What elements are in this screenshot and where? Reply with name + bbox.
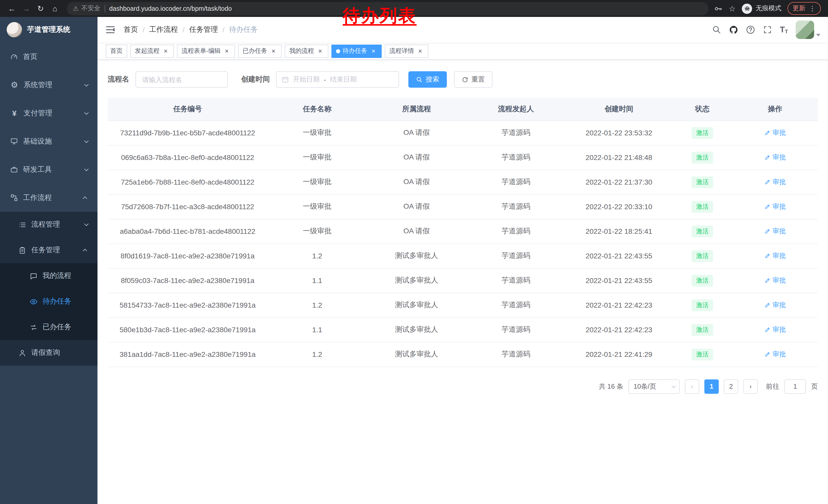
sidebar-item-process-management[interactable]: 流程管理 — [0, 212, 97, 237]
approve-link[interactable]: 审批 — [764, 301, 786, 310]
sidebar-item-workflow[interactable]: 工作流程 — [0, 184, 97, 212]
breadcrumb-current: 待办任务 — [229, 25, 258, 34]
browser-menu-icon[interactable]: ⋮ — [809, 5, 816, 12]
breadcrumb-workflow[interactable]: 工作流程 — [149, 25, 178, 34]
table-cell: OA 请假 — [367, 170, 466, 194]
status-badge: 激活 — [692, 275, 713, 286]
swap-arrows-icon — [30, 323, 37, 331]
tab-流程详情[interactable]: 流程详情× — [385, 44, 428, 58]
sidebar-item-todo-tasks[interactable]: 待办任务 — [0, 289, 97, 314]
table-row: 8f0d1619-7ac8-11ec-a9e2-a2380e71991a1.2测… — [108, 243, 818, 268]
sidebar-item-infrastructure[interactable]: 基础设施 — [0, 127, 97, 155]
approve-link[interactable]: 审批 — [764, 276, 786, 285]
tab-label: 已办任务 — [243, 47, 267, 55]
chevron-down-icon — [671, 383, 676, 388]
page-size-select[interactable]: 10条/页 — [628, 379, 680, 394]
approve-link[interactable]: 审批 — [764, 153, 786, 162]
bookmark-star-icon[interactable]: ☆ — [729, 4, 736, 13]
sidebar-item-done-tasks[interactable]: 已办任务 — [0, 314, 97, 340]
github-icon[interactable] — [729, 25, 738, 34]
tab-我的流程[interactable]: 我的流程× — [285, 44, 328, 58]
security-chip[interactable]: ⚠ 不安全 — [73, 4, 100, 13]
tab-close-icon[interactable]: × — [317, 47, 324, 55]
tab-已办任务[interactable]: 已办任务× — [238, 44, 282, 58]
help-icon[interactable] — [746, 25, 755, 34]
process-name-field — [135, 71, 228, 88]
approve-link[interactable]: 审批 — [764, 251, 786, 261]
main-area: 首页 / 工作流程 / 任务管理 / 待办任务 TT — [97, 17, 828, 504]
approve-link[interactable]: 审批 — [764, 177, 786, 187]
prev-page-button[interactable]: ‹ — [685, 379, 699, 394]
table-cell: 激活 — [672, 121, 732, 145]
search-button[interactable]: 搜索 — [408, 71, 447, 88]
tab-close-icon[interactable]: × — [223, 47, 230, 55]
approve-link[interactable]: 审批 — [764, 128, 786, 137]
approve-label: 审批 — [773, 325, 786, 334]
page-button-2[interactable]: 2 — [724, 379, 738, 394]
sidebar-item-devtools[interactable]: 研发工具 — [0, 155, 97, 184]
table-cell: 芋道源码 — [466, 219, 566, 243]
table-row: 580e1b3d-7ac8-11ec-a9e2-a2380e71991a1.1测… — [108, 317, 818, 342]
next-page-button[interactable]: › — [743, 379, 758, 394]
sidebar-item-label: 请假查询 — [31, 348, 60, 357]
fullscreen-icon[interactable] — [763, 25, 772, 34]
approve-link[interactable]: 审批 — [764, 325, 786, 334]
breadcrumb-task-management[interactable]: 任务管理 — [189, 25, 218, 34]
tab-close-icon[interactable]: × — [417, 47, 424, 55]
approve-label: 审批 — [773, 301, 786, 310]
table-cell: 1.2 — [267, 243, 367, 268]
approve-label: 审批 — [773, 350, 786, 359]
tab-close-icon[interactable]: × — [270, 47, 277, 55]
sidebar-item-label: 我的流程 — [43, 271, 71, 280]
tab-close-icon[interactable]: × — [370, 47, 377, 55]
process-name-input[interactable] — [137, 72, 226, 87]
tags-bar: 首页发起流程×流程表单-编辑×已办任务×我的流程×待办任务×流程详情× — [97, 43, 828, 60]
reset-button[interactable]: 重置 — [454, 71, 493, 88]
reload-icon[interactable]: ↻ — [34, 2, 47, 15]
tab-发起流程[interactable]: 发起流程× — [130, 44, 174, 58]
sidebar-item-label: 流程管理 — [31, 220, 60, 229]
date-range-picker[interactable]: 开始日期 - 结束日期 — [276, 71, 399, 88]
table-cell: 一级审批 — [267, 194, 367, 219]
create-time-label: 创建时间 — [241, 75, 270, 84]
approve-link[interactable]: 审批 — [764, 350, 786, 359]
tab-待办任务[interactable]: 待办任务× — [331, 44, 382, 58]
incognito-label: 无痕模式 — [756, 4, 781, 13]
sidebar-item-my-processes[interactable]: 我的流程 — [0, 263, 97, 289]
yen-icon: ¥ — [10, 109, 18, 118]
table-cell: 激活 — [672, 243, 732, 268]
sidebar-item-system[interactable]: ⚙ 系统管理 — [0, 71, 97, 99]
table-cell: 75d72608-7b7f-11ec-a3c8-acde48001122 — [108, 194, 267, 219]
search-icon[interactable] — [712, 25, 721, 34]
tab-首页[interactable]: 首页 — [106, 44, 127, 58]
edit-icon — [764, 327, 771, 333]
approve-label: 审批 — [773, 227, 786, 236]
user-menu[interactable] — [796, 20, 820, 39]
home-icon[interactable]: ⌂ — [48, 2, 61, 15]
forward-icon[interactable]: → — [19, 2, 33, 15]
breadcrumb-separator: / — [223, 26, 225, 34]
process-name-label: 流程名 — [108, 75, 129, 84]
sidebar-item-leave-query[interactable]: 请假查询 — [0, 340, 97, 366]
breadcrumb-home[interactable]: 首页 — [124, 25, 138, 34]
page-button-1[interactable]: 1 — [704, 379, 719, 394]
approve-link[interactable]: 审批 — [764, 202, 786, 211]
sidebar-collapse-icon[interactable] — [105, 25, 115, 35]
sidebar-item-task-management[interactable]: 任务管理 — [0, 237, 97, 263]
goto-page-input[interactable] — [784, 379, 806, 394]
sidebar-item-payment[interactable]: ¥ 支付管理 — [0, 99, 97, 127]
password-key-icon[interactable] — [713, 4, 722, 13]
table-cell: 芋道源码 — [466, 170, 566, 194]
avatar[interactable] — [796, 20, 814, 39]
page-suffix: 页 — [811, 382, 818, 391]
tab-close-icon[interactable]: × — [162, 47, 169, 55]
table-cell: 一级审批 — [267, 145, 367, 170]
back-icon[interactable]: ← — [5, 2, 18, 15]
font-size-icon[interactable]: TT — [780, 25, 788, 34]
approve-link[interactable]: 审批 — [764, 227, 786, 236]
table-cell: 芋道源码 — [466, 342, 566, 367]
sidebar-item-home[interactable]: 首页 — [0, 43, 97, 71]
tab-流程表单-编辑[interactable]: 流程表单-编辑× — [177, 44, 235, 58]
app-logo-row[interactable]: 芋道管理系统 — [0, 17, 97, 43]
update-button[interactable]: 更新 ⋮ — [787, 2, 821, 15]
